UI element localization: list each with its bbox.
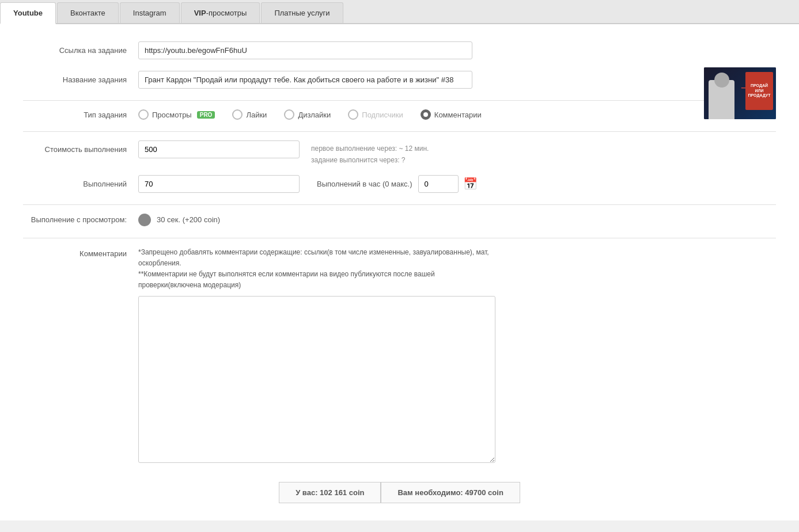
radio-likes-label: Лайки [246,111,267,119]
cost-label: Стоимость выполнения [23,140,138,154]
completions-input[interactable] [138,175,300,193]
balance-label: У вас: [296,488,317,497]
radio-subscribers-circle [348,109,358,120]
radio-likes[interactable]: Лайки [232,109,267,120]
tab-paid[interactable]: Платные услуги [261,2,343,23]
needed-label: Вам необходимо: [397,488,463,497]
radio-views-circle [138,109,149,120]
needed-value: 49700 [465,488,486,497]
radio-dislikes[interactable]: Дизлайки [284,109,331,120]
pro-badge: PRO [197,111,215,119]
tab-youtube-label: Youtube [13,9,43,17]
radio-comments-circle [421,109,431,120]
bottom-bar: У вас: 102 161 coin Вам необходимо: 4970… [23,482,776,503]
link-input[interactable] [138,41,472,59]
divider-3 [23,204,776,205]
tab-paid-label: Платные услуги [274,9,330,17]
per-hour-label: Выполнений в час (0 макс.) [317,180,412,188]
main-content: → ПРОДАЙ ИЛИ ПРОДАДУТ Ссылка на задание … [0,24,799,520]
radio-comments-label: Комментарии [434,111,482,119]
cost-hint-line2: задание выполнится через: ? [311,154,429,166]
needed-unit: coin [488,488,503,497]
watch-mode-toggle[interactable] [138,214,151,226]
radio-views-label: Просмотры [152,111,192,119]
name-input[interactable] [138,71,472,89]
divider-1 [23,100,776,101]
name-label: Название задания [23,75,138,84]
task-type-row: Тип задания Просмотры PRO Лайки Дизлайки… [23,109,776,120]
cost-hint-line1: первое выполнение через: ~ 12 мин. [311,143,429,154]
watch-mode-label: Выполнение с просмотром: [23,215,138,224]
comments-row: Комментарии *Запрещено добавлять коммент… [23,247,776,465]
link-label: Ссылка на задание [23,46,138,55]
radio-subscribers-label: Подписчики [362,111,403,119]
comments-warning: *Запрещено добавлять комментарии содержа… [138,247,495,291]
completions-label: Выполнений [23,180,138,188]
link-row: Ссылка на задание [23,41,776,59]
divider-2 [23,131,776,132]
needed-stat: Вам необходимо: 49700 coin [381,482,520,503]
radio-dislikes-label: Дизлайки [298,111,331,119]
task-type-label: Тип задания [23,111,138,119]
cost-hint: первое выполнение через: ~ 12 мин. задан… [311,140,429,166]
tab-vkontakte[interactable]: Вконтакте [57,2,119,23]
per-hour-input[interactable] [418,175,459,193]
video-thumbnail: → ПРОДАЙ ИЛИ ПРОДАДУТ [704,67,776,119]
comments-warning-2: **Комментарии не будут выполнятся если к… [138,269,495,291]
comments-content: *Запрещено добавлять комментарии содержа… [138,247,495,465]
radio-subscribers: Подписчики [348,109,403,120]
watch-mode-text: 30 сек. (+200 coin) [157,215,220,224]
comments-section: Комментарии *Запрещено добавлять коммент… [23,247,776,465]
task-type-options: Просмотры PRO Лайки Дизлайки Подписчики … [138,109,482,120]
balance-value: 102 161 [320,488,347,497]
calendar-icon[interactable]: 📅 [463,177,478,191]
tab-vip-label: VIP-просмотры [194,9,247,17]
radio-comments[interactable]: Комментарии [421,109,482,120]
name-row: Название задания [23,71,776,89]
tab-instagram[interactable]: Instagram [120,2,180,23]
tab-vkontakte-label: Вконтакте [70,9,105,17]
cost-input[interactable] [138,140,300,158]
tab-instagram-label: Instagram [133,9,166,17]
comments-warning-1: *Запрещено добавлять комментарии содержа… [138,247,495,269]
radio-views[interactable]: Просмотры PRO [138,109,215,120]
tab-vip[interactable]: VIP-просмотры [181,2,260,23]
radio-dislikes-circle [284,109,294,120]
completions-row: Выполнений Выполнений в час (0 макс.) 📅 [23,175,776,193]
radio-likes-circle [232,109,243,120]
divider-4 [23,238,776,238]
tab-bar: Youtube Вконтакте Instagram VIP-просмотр… [0,0,799,24]
balance-unit: coin [349,488,365,497]
balance-stat: У вас: 102 161 coin [279,482,381,503]
comments-label: Комментарии [23,247,138,258]
cost-row: Стоимость выполнения первое выполнение ч… [23,140,776,166]
tab-youtube[interactable]: Youtube [0,2,56,24]
comments-textarea[interactable] [138,296,495,463]
watch-mode-row: Выполнение с просмотром: 30 сек. (+200 c… [23,214,776,226]
